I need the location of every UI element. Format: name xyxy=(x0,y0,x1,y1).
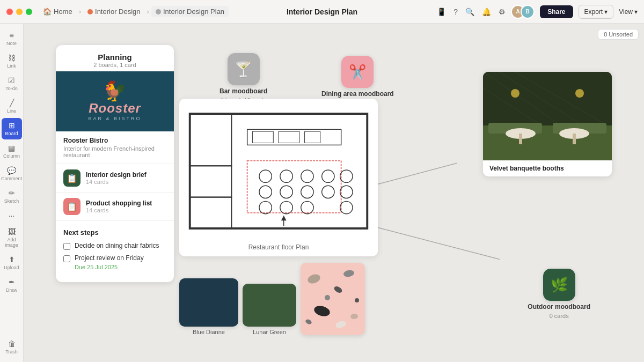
project-review-checkbox[interactable] xyxy=(63,255,70,262)
next-steps-title: Next steps xyxy=(63,228,166,237)
bell-icon[interactable]: 🔔 xyxy=(482,8,491,16)
rooster-bistro-title: Rooster Bistro xyxy=(63,137,166,144)
svg-rect-39 xyxy=(519,134,522,144)
lunar-green-label: Lunar Green xyxy=(243,329,296,335)
view-button[interactable]: View ▾ xyxy=(619,8,638,16)
sidebar-item-comment[interactable]: 💬 Comment xyxy=(2,163,22,184)
velvet-label: Velvet banquette booths xyxy=(483,160,612,176)
svg-point-11 xyxy=(301,170,313,182)
breadcrumb-plan[interactable]: Interior Design Plan xyxy=(151,6,229,17)
sidebar-item-note[interactable]: ≡ Note xyxy=(2,28,22,49)
dining-chairs-checkbox[interactable] xyxy=(63,243,70,250)
rooster-brand-text: Rooster xyxy=(88,101,141,116)
board-icon: ⊞ xyxy=(9,121,15,130)
sidebar-item-upload[interactable]: ⬆ Upload xyxy=(2,252,22,274)
interior-brief-item[interactable]: 📋 Interior design brief 14 cards xyxy=(56,164,174,193)
svg-point-18 xyxy=(280,201,292,213)
sidebar-item-draw[interactable]: ✒ Draw xyxy=(2,275,22,296)
svg-point-17 xyxy=(259,201,272,213)
svg-point-9 xyxy=(259,170,272,182)
sidebar-item-column[interactable]: ▦ Column xyxy=(2,141,22,162)
page-title: Interior Design Plan xyxy=(287,8,357,16)
checkbox-project-review: Project review on Friday Due 25 Jul 2025 xyxy=(63,254,166,270)
velvet-img-inner xyxy=(483,72,612,160)
dining-moodboard-icon: ✂️ xyxy=(341,56,374,88)
maximize-button[interactable] xyxy=(26,9,32,15)
canvas: 0 Unsorted Planning 2 boards, 1 card 🐓 R… xyxy=(24,24,644,362)
export-button[interactable]: Export ▾ xyxy=(579,5,614,19)
sidebar-item-add-image[interactable]: 🖼 Add image xyxy=(2,224,22,251)
shopping-list-item[interactable]: 📋 Product shopping list 14 cards xyxy=(56,193,174,221)
trash-icon: 🗑 xyxy=(8,339,16,348)
breadcrumb-plan-label: Interior Design Plan xyxy=(163,8,224,16)
bar-moodboard-icon: 🍸 xyxy=(228,53,260,85)
svg-point-22 xyxy=(340,201,353,213)
breadcrumb-sep1: › xyxy=(79,8,81,16)
blue-dianne-label: Blue Dianne xyxy=(179,329,238,335)
breadcrumb: 🏠 Home › Interior Design › Interior Desi… xyxy=(39,6,229,17)
svg-rect-6 xyxy=(190,166,232,197)
bar-moodboard-node[interactable]: 🍸 Bar moodboard 1 board, 13 cards xyxy=(219,53,267,104)
svg-rect-7 xyxy=(190,197,232,228)
svg-point-16 xyxy=(322,186,334,198)
svg-rect-8 xyxy=(247,161,341,213)
orange-dot-icon xyxy=(87,9,93,14)
titlebar-right: 📱 ? 🔍 🔔 ⚙ A B Share Export ▾ View ▾ xyxy=(437,5,638,19)
svg-point-12 xyxy=(322,170,334,182)
sidebar-item-more[interactable]: ··· xyxy=(2,208,22,223)
sidebar-item-todo[interactable]: ☑ To-do xyxy=(2,73,22,94)
velvet-interior-svg xyxy=(483,72,612,160)
floor-plan-card: Restaurant floor Plan xyxy=(179,99,378,256)
sidebar-item-sketch[interactable]: ✏ Sketch xyxy=(2,186,22,207)
shopping-list-text: Product shopping list 14 cards xyxy=(86,200,152,213)
avatar-stack: A B xyxy=(511,5,535,19)
swatch-blue-dianne[interactable]: Blue Dianne xyxy=(179,278,238,335)
svg-rect-26 xyxy=(305,131,320,143)
unsorted-badge: 0 Unsorted xyxy=(598,29,639,40)
sidebar-item-board[interactable]: ⊞ Board xyxy=(2,118,22,139)
chevron-down-icon-2: ▾ xyxy=(634,8,638,16)
help-icon[interactable]: ? xyxy=(453,8,458,16)
main-layout: ≡ Note ⛓ Link ☑ To-do ╱ Line ⊞ Board ▦ C… xyxy=(0,24,644,362)
minimize-button[interactable] xyxy=(16,9,23,15)
breadcrumb-home[interactable]: 🏠 Home xyxy=(39,6,77,17)
svg-point-21 xyxy=(340,186,353,198)
grey-dot-icon xyxy=(156,9,161,14)
breadcrumb-interior-label: Interior Design xyxy=(95,8,141,16)
svg-rect-24 xyxy=(252,131,273,143)
checkbox-dining-chairs: Decide on dining chair fabrics xyxy=(63,242,166,250)
close-button[interactable] xyxy=(6,9,13,15)
share-button[interactable]: Share xyxy=(540,5,573,18)
planning-hero: 🐓 Rooster BAR & BISTRO xyxy=(56,71,174,131)
breadcrumb-interior-design[interactable]: Interior Design xyxy=(83,6,145,17)
note-icon: ≡ xyxy=(9,31,13,40)
comment-icon: 💬 xyxy=(7,166,16,175)
sidebar-item-trash[interactable]: 🗑 Trash xyxy=(2,336,22,358)
color-swatches: Blue Dianne Lunar Green xyxy=(179,263,365,335)
terrazzo-swatch xyxy=(301,263,365,335)
swatch-lunar-green[interactable]: Lunar Green xyxy=(243,278,296,335)
svg-point-14 xyxy=(280,186,292,198)
sidebar-item-line[interactable]: ╱ Line xyxy=(2,95,22,117)
shopping-list-cards: 14 cards xyxy=(86,207,152,213)
swatch-terrazzo[interactable] xyxy=(301,263,365,335)
mobile-icon[interactable]: 📱 xyxy=(437,8,446,16)
settings-icon[interactable]: ⚙ xyxy=(499,8,506,16)
titlebar: 🏠 Home › Interior Design › Interior Desi… xyxy=(0,0,644,24)
search-icon[interactable]: 🔍 xyxy=(465,8,474,16)
outdoor-moodboard-node[interactable]: 🌿 Outdoor moodboard 0 cards xyxy=(528,269,590,319)
interior-brief-cards: 14 cards xyxy=(86,179,147,185)
column-icon: ▦ xyxy=(8,144,15,152)
interior-brief-text: Interior design brief 14 cards xyxy=(86,171,147,185)
svg-point-51 xyxy=(325,295,330,300)
bar-moodboard-label: Bar moodboard xyxy=(219,87,267,95)
link-icon: ⛓ xyxy=(8,54,16,62)
terrazzo-svg xyxy=(301,263,365,335)
rooster-bistro-desc: Interior for modern French-inspired rest… xyxy=(63,145,166,158)
more-icon: ··· xyxy=(9,211,15,220)
svg-point-20 xyxy=(340,170,353,182)
titlebar-icons: 📱 ? 🔍 🔔 ⚙ xyxy=(437,8,506,16)
sidebar-item-link[interactable]: ⛓ Link xyxy=(2,50,22,72)
velvet-card: Velvet banquette booths xyxy=(483,72,612,176)
floor-plan-svg xyxy=(185,104,372,238)
